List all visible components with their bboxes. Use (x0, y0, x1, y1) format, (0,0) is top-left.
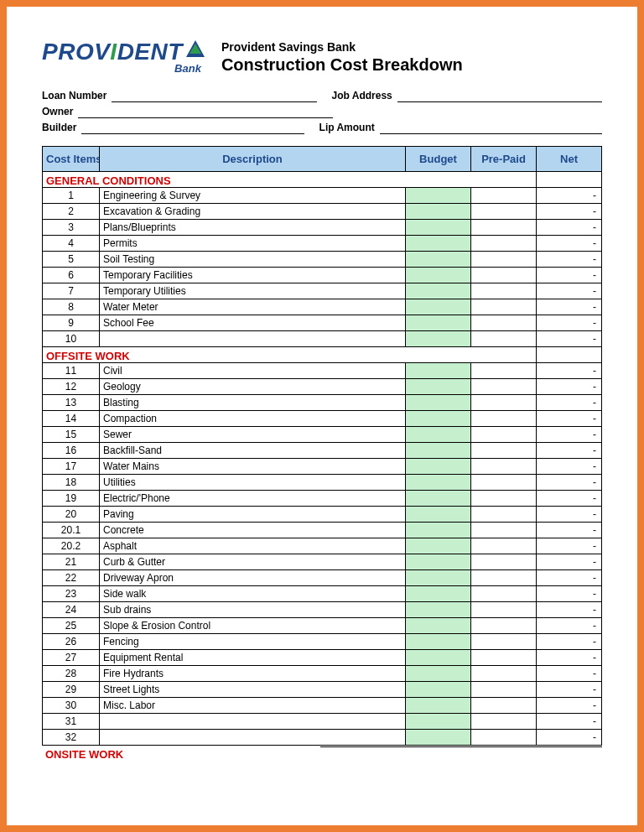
table-row: 15Sewer- (43, 427, 602, 443)
input-lip-amount[interactable] (380, 122, 602, 134)
cell-prepaid[interactable] (471, 698, 537, 714)
cell-prepaid[interactable] (471, 268, 537, 283)
cell-budget[interactable] (406, 475, 471, 491)
header: PROVIDENT Bank Provident Savings Bank Co… (42, 39, 602, 75)
cell-prepaid[interactable] (471, 714, 537, 730)
cell-prepaid[interactable] (471, 634, 537, 650)
cell-budget[interactable] (406, 204, 471, 220)
cell-prepaid[interactable] (471, 538, 537, 554)
cell-item-number: 2 (43, 204, 100, 220)
cell-budget[interactable] (406, 363, 471, 379)
cell-description: Fencing (100, 634, 406, 650)
cell-prepaid[interactable] (471, 730, 537, 746)
input-loan-number[interactable] (112, 90, 316, 102)
document-frame: PROVIDENT Bank Provident Savings Bank Co… (0, 0, 644, 832)
cell-prepaid[interactable] (471, 411, 537, 427)
cell-description: Utilities (100, 475, 406, 491)
cell-budget[interactable] (406, 299, 471, 315)
cell-prepaid[interactable] (471, 554, 537, 570)
cell-budget[interactable] (406, 443, 471, 459)
cell-prepaid[interactable] (471, 650, 537, 666)
cell-net: - (537, 299, 602, 315)
cell-budget[interactable] (406, 491, 471, 507)
cell-item-number: 11 (43, 363, 100, 379)
table-row: 25Slope & Erosion Control- (43, 618, 602, 634)
cell-budget[interactable] (406, 459, 471, 475)
cell-budget[interactable] (406, 714, 471, 730)
cell-prepaid[interactable] (471, 666, 537, 682)
cell-prepaid[interactable] (471, 379, 537, 395)
cell-prepaid[interactable] (471, 475, 537, 491)
table-row: 12Geology- (43, 379, 602, 395)
cell-prepaid[interactable] (471, 236, 537, 252)
cell-prepaid[interactable] (471, 299, 537, 315)
cell-prepaid[interactable] (471, 459, 537, 475)
cell-budget[interactable] (406, 395, 471, 411)
cell-prepaid[interactable] (471, 315, 537, 331)
cell-prepaid[interactable] (471, 204, 537, 220)
cell-item-number: 17 (43, 459, 100, 475)
cell-prepaid[interactable] (471, 188, 537, 204)
cell-budget[interactable] (406, 602, 471, 618)
cell-budget[interactable] (406, 331, 471, 347)
cell-prepaid[interactable] (471, 395, 537, 411)
cell-budget[interactable] (406, 570, 471, 586)
cell-prepaid[interactable] (471, 523, 537, 538)
cell-description: Permits (100, 236, 406, 252)
cell-budget[interactable] (406, 220, 471, 236)
cell-prepaid[interactable] (471, 220, 537, 236)
cell-budget[interactable] (406, 618, 471, 634)
cell-prepaid[interactable] (471, 252, 537, 268)
cell-prepaid[interactable] (471, 491, 537, 507)
triangle-icon (186, 40, 205, 57)
cell-budget[interactable] (406, 682, 471, 698)
cell-item-number: 3 (43, 220, 100, 236)
cell-budget[interactable] (406, 650, 471, 666)
input-owner[interactable] (78, 106, 332, 118)
cell-budget[interactable] (406, 666, 471, 682)
table-row: 24Sub drains- (43, 602, 602, 618)
cell-item-number: 9 (43, 315, 100, 331)
bank-name: Provident Savings Bank (221, 40, 602, 54)
cell-prepaid[interactable] (471, 331, 537, 347)
cell-prepaid[interactable] (471, 363, 537, 379)
cell-item-number: 31 (43, 714, 100, 730)
cell-budget[interactable] (406, 730, 471, 746)
cell-prepaid[interactable] (471, 570, 537, 586)
cell-budget[interactable] (406, 554, 471, 570)
cell-prepaid[interactable] (471, 507, 537, 523)
section-title: GENERAL CONDITIONS (43, 172, 537, 188)
cell-budget[interactable] (406, 236, 471, 252)
cell-budget[interactable] (406, 411, 471, 427)
table-header-row: Cost Items Description Budget Pre-Paid N… (43, 147, 602, 172)
cell-budget[interactable] (406, 698, 471, 714)
table-row: 29Street Lights- (43, 682, 602, 698)
cell-prepaid[interactable] (471, 618, 537, 634)
cell-prepaid[interactable] (471, 602, 537, 618)
input-builder[interactable] (81, 122, 304, 134)
cell-budget[interactable] (406, 538, 471, 554)
cell-prepaid[interactable] (471, 443, 537, 459)
cell-prepaid[interactable] (471, 427, 537, 443)
cell-prepaid[interactable] (471, 586, 537, 602)
cell-budget[interactable] (406, 188, 471, 204)
cell-budget[interactable] (406, 523, 471, 538)
document-title: Construction Cost Breakdown (221, 55, 602, 75)
col-cost-items: Cost Items (43, 147, 100, 172)
cell-item-number: 18 (43, 475, 100, 491)
cell-prepaid[interactable] (471, 682, 537, 698)
cell-prepaid[interactable] (471, 283, 537, 299)
cell-budget[interactable] (406, 427, 471, 443)
cell-budget[interactable] (406, 268, 471, 283)
cell-description: Backfill-Sand (100, 443, 406, 459)
cell-budget[interactable] (406, 379, 471, 395)
input-job-address[interactable] (397, 90, 602, 102)
cell-budget[interactable] (406, 283, 471, 299)
cell-net: - (537, 523, 602, 538)
cell-budget[interactable] (406, 252, 471, 268)
cell-budget[interactable] (406, 507, 471, 523)
cell-budget[interactable] (406, 634, 471, 650)
cell-budget[interactable] (406, 586, 471, 602)
cell-budget[interactable] (406, 315, 471, 331)
table-row: 27Equipment Rental- (43, 650, 602, 666)
